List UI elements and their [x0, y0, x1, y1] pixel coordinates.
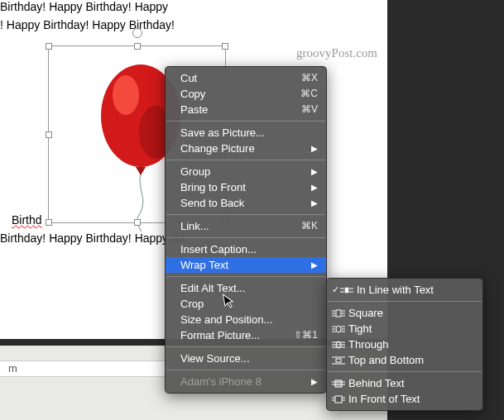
menu-item-edit-alt-text[interactable]: Edit Alt Text... — [166, 280, 326, 296]
svg-rect-27 — [336, 359, 341, 362]
submenu-arrow-icon: ▶ — [303, 196, 318, 210]
menu-label: Link... — [180, 219, 209, 233]
menu-label: Top and Bottom — [348, 353, 424, 367]
menu-label: Edit Alt Text... — [180, 281, 246, 295]
wrap-text-submenu: ✓ In Line with Text Square Tight Through… — [326, 278, 483, 411]
menu-label: View Source... — [180, 351, 250, 365]
menu-label: Save as Picture... — [180, 126, 265, 140]
menu-item-send-to-back[interactable]: Send to Back ▶ — [166, 195, 326, 211]
submenu-item-front-text[interactable]: In Front of Text — [327, 391, 482, 407]
resize-handle[interactable] — [46, 43, 52, 50]
menu-label: Send to Back — [180, 196, 244, 210]
menu-label: Crop — [180, 297, 204, 311]
menu-label: Bring to Front — [180, 180, 246, 194]
menu-item-device: Adam's iPhone 8 ▶ — [166, 374, 326, 389]
doc-text-line: ! Happy Birthday! Happy Birthday! — [0, 18, 175, 31]
menu-label: Insert Caption... — [180, 242, 257, 256]
menu-label: Through — [348, 337, 388, 351]
submenu-arrow-icon: ▶ — [303, 141, 318, 155]
menu-separator — [166, 214, 325, 215]
svg-point-15 — [336, 326, 341, 332]
menu-separator — [328, 301, 482, 302]
menu-label: Copy — [180, 87, 205, 101]
submenu-arrow-icon: ▶ — [303, 165, 318, 179]
menu-item-size-and-position[interactable]: Size and Position... — [166, 312, 326, 327]
submenu-item-top-bottom[interactable]: Top and Bottom — [327, 352, 482, 368]
menu-label: In Front of Text — [348, 392, 420, 406]
menu-item-cut[interactable]: Cut ⌘X — [166, 70, 326, 86]
menu-separator — [166, 346, 325, 347]
resize-handle[interactable] — [222, 43, 228, 50]
menu-item-format-picture[interactable]: Format Picture... ⇧⌘1 — [166, 327, 326, 343]
rotate-handle[interactable] — [132, 28, 142, 38]
menu-item-copy[interactable]: Copy ⌘C — [166, 86, 326, 102]
menu-separator — [166, 160, 325, 160]
submenu-arrow-icon: ▶ — [303, 375, 318, 389]
wrap-front-icon — [332, 395, 345, 403]
submenu-arrow-icon: ▶ — [303, 180, 318, 194]
wrap-square-icon — [332, 309, 345, 317]
menu-shortcut: ⌘K — [290, 219, 318, 233]
menu-item-group[interactable]: Group ▶ — [166, 164, 326, 179]
submenu-item-inline[interactable]: ✓ In Line with Text — [327, 282, 482, 298]
wrap-tight-icon — [332, 325, 345, 333]
resize-handle[interactable] — [134, 43, 141, 50]
wrap-behind-icon — [332, 379, 345, 388]
menu-label: Cut — [180, 71, 197, 85]
menu-item-paste[interactable]: Paste ⌘V — [166, 102, 326, 117]
menu-label: Format Picture... — [180, 328, 260, 342]
doc-text-line: Birthday! Happy Birthday! Happy Bir — [0, 231, 185, 245]
menu-item-crop[interactable]: Crop — [166, 296, 326, 312]
menu-label: Wrap Text — [180, 258, 228, 272]
svg-rect-3 — [345, 288, 348, 293]
menu-label: Size and Position... — [180, 313, 272, 327]
submenu-item-square[interactable]: Square — [327, 305, 482, 321]
menu-separator — [166, 121, 325, 122]
menu-label: Behind Text — [348, 376, 405, 390]
menu-separator — [328, 371, 482, 372]
menu-item-save-as-picture[interactable]: Save as Picture... — [166, 125, 326, 141]
svg-rect-34 — [335, 396, 342, 403]
svg-rect-29 — [335, 380, 342, 387]
submenu-item-tight[interactable]: Tight — [327, 321, 482, 336]
submenu-item-behind-text[interactable]: Behind Text — [327, 375, 482, 391]
menu-item-bring-to-front[interactable]: Bring to Front ▶ — [166, 179, 326, 195]
menu-label: Paste — [180, 103, 208, 117]
resize-handle[interactable] — [46, 131, 52, 138]
wrap-inline-icon — [340, 286, 353, 294]
wrap-through-icon — [332, 341, 345, 349]
doc-text-line: Birthd — [12, 213, 42, 227]
menu-item-change-picture[interactable]: Change Picture ▶ — [166, 141, 326, 156]
menu-label: Adam's iPhone 8 — [180, 375, 262, 389]
menu-shortcut: ⇧⌘1 — [282, 328, 318, 342]
menu-item-insert-caption[interactable]: Insert Caption... — [166, 241, 326, 257]
menu-label: Tight — [348, 322, 372, 336]
menu-item-wrap-text[interactable]: Wrap Text ▶ — [166, 257, 326, 273]
menu-label: Square — [348, 306, 383, 320]
menu-label: In Line with Text — [348, 283, 434, 297]
resize-handle[interactable] — [46, 219, 52, 226]
menu-item-view-source[interactable]: View Source... — [166, 351, 326, 366]
svg-rect-8 — [336, 310, 341, 317]
menu-shortcut: ⌘X — [290, 71, 318, 85]
doc-text-line: Birthday! Happy Birthday! Happy — [0, 0, 168, 13]
submenu-item-through[interactable]: Through — [327, 336, 482, 352]
wrap-top-bottom-icon — [332, 356, 345, 365]
checkmark-icon: ✓ — [332, 283, 339, 297]
context-menu: Cut ⌘X Copy ⌘C Paste ⌘V Save as Picture.… — [165, 66, 327, 394]
menu-item-link[interactable]: Link... ⌘K — [166, 218, 326, 234]
menu-shortcut: ⌘V — [290, 103, 318, 117]
menu-separator — [166, 237, 325, 238]
menu-separator — [166, 276, 325, 277]
watermark: groovyPost.com — [296, 46, 377, 60]
menu-separator — [166, 370, 325, 370]
resize-handle[interactable] — [134, 219, 141, 226]
menu-label: Group — [180, 165, 210, 179]
menu-shortcut: ⌘C — [289, 87, 318, 101]
submenu-arrow-icon: ▶ — [303, 258, 318, 272]
menu-label: Change Picture — [180, 141, 255, 155]
